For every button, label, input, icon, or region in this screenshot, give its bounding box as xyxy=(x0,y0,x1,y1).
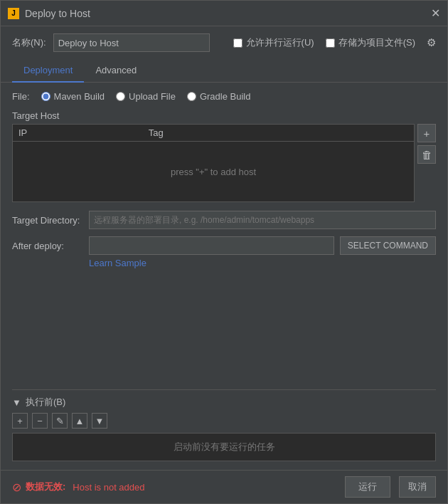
before-remove-button[interactable]: − xyxy=(32,413,48,429)
run-button[interactable]: 运行 xyxy=(345,476,390,498)
learn-sample-link[interactable]: Learn Sample xyxy=(89,258,436,268)
delete-host-button[interactable]: 🗑 xyxy=(417,145,436,164)
before-toolbar: + − ✎ ▲ ▼ xyxy=(12,413,436,429)
name-input[interactable] xyxy=(53,33,210,52)
before-section-header[interactable]: ▼ 执行前(B) xyxy=(12,396,436,409)
cancel-button[interactable]: 取消 xyxy=(399,476,436,498)
maven-build-radio[interactable] xyxy=(41,92,50,101)
gradle-build-radio[interactable] xyxy=(187,92,196,101)
error-icon: ⊘ xyxy=(12,481,21,494)
target-directory-input[interactable] xyxy=(89,211,436,229)
file-label: File: xyxy=(12,91,30,102)
collapse-icon: ▼ xyxy=(12,397,21,408)
save-as-project-checkbox-label[interactable]: 存储为项目文件(S) xyxy=(326,36,415,49)
error-detail: Host is not added xyxy=(73,482,144,493)
upload-file-radio-label[interactable]: Upload File xyxy=(116,91,176,102)
tab-deployment[interactable]: Deployment xyxy=(12,59,84,83)
before-move-down-button[interactable]: ▼ xyxy=(92,413,107,429)
app-icon: J xyxy=(8,8,19,19)
after-deploy-row: After deploy: SELECT COMMAND xyxy=(12,236,436,255)
host-table: IP Tag press "+" to add host xyxy=(12,124,415,202)
before-section: ▼ 执行前(B) + − ✎ ▲ ▼ 启动前没有要运行的任务 xyxy=(12,389,436,470)
spacer xyxy=(12,274,436,389)
save-as-project-checkbox[interactable] xyxy=(326,38,335,48)
target-directory-label: Target Directory: xyxy=(12,215,83,226)
parallel-run-checkbox-label[interactable]: 允许并行运行(U) xyxy=(233,36,314,49)
name-label: 名称(N): xyxy=(12,36,46,49)
error-label: 数据无效: xyxy=(26,481,65,493)
main-content: File: Maven Build Upload File Gradle Bui… xyxy=(1,83,447,470)
select-command-button[interactable]: SELECT COMMAND xyxy=(340,236,436,255)
error-message-area: ⊘ 数据无效: Host is not added xyxy=(12,481,336,494)
col-tag-header: Tag xyxy=(149,127,408,138)
name-row-right: 允许并行运行(U) 存储为项目文件(S) ⚙ xyxy=(233,36,436,49)
add-host-button[interactable]: + xyxy=(417,124,436,142)
target-host-area: IP Tag press "+" to add host + 🗑 xyxy=(12,124,436,202)
main-window: J Deploy to Host ✕ 名称(N): 允许并行运行(U) 存储为项… xyxy=(0,0,448,504)
before-section-title: 执行前(B) xyxy=(26,396,65,409)
after-deploy-input[interactable] xyxy=(89,236,334,255)
before-empty-message: 启动前没有要运行的任务 xyxy=(12,433,436,461)
gear-icon[interactable]: ⚙ xyxy=(427,36,436,49)
gradle-build-radio-label[interactable]: Gradle Build xyxy=(187,91,251,102)
file-row: File: Maven Build Upload File Gradle Bui… xyxy=(12,91,436,102)
col-ip-header: IP xyxy=(18,127,149,138)
host-table-body: press "+" to add host xyxy=(13,142,414,201)
before-edit-button[interactable]: ✎ xyxy=(52,413,68,429)
target-host-label: Target Host xyxy=(12,110,436,121)
title-bar: J Deploy to Host ✕ xyxy=(1,1,447,26)
footer: ⊘ 数据无效: Host is not added 运行 取消 xyxy=(1,470,447,503)
target-directory-row: Target Directory: xyxy=(12,211,436,229)
maven-build-radio-label[interactable]: Maven Build xyxy=(41,91,105,102)
host-table-header: IP Tag xyxy=(13,125,414,142)
window-title: Deploy to Host xyxy=(25,8,90,19)
tabs-bar: Deployment Advanced xyxy=(1,59,447,83)
before-add-button[interactable]: + xyxy=(12,413,28,429)
name-row: 名称(N): 允许并行运行(U) 存储为项目文件(S) ⚙ xyxy=(1,26,447,59)
title-bar-left: J Deploy to Host xyxy=(8,8,90,19)
close-button[interactable]: ✕ xyxy=(431,8,440,19)
after-deploy-label: After deploy: xyxy=(12,241,83,251)
host-table-actions: + 🗑 xyxy=(417,124,436,202)
tab-advanced[interactable]: Advanced xyxy=(84,59,148,83)
parallel-run-checkbox[interactable] xyxy=(233,38,242,48)
before-move-up-button[interactable]: ▲ xyxy=(72,413,87,429)
upload-file-radio[interactable] xyxy=(116,92,125,101)
host-table-empty-message: press "+" to add host xyxy=(171,167,256,177)
